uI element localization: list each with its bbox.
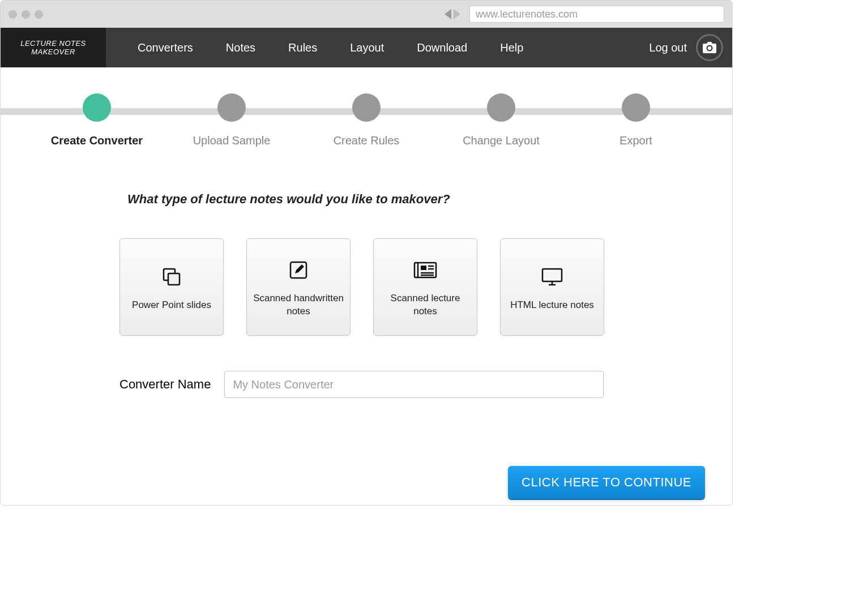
card-scanned-lecture[interactable]: Scanned lecture notes <box>373 238 477 336</box>
card-label: Scanned lecture notes <box>374 292 477 318</box>
card-label: HTML lecture notes <box>505 299 600 312</box>
svg-rect-10 <box>542 269 562 281</box>
step-upload-sample[interactable]: Upload Sample <box>181 93 283 147</box>
svg-rect-1 <box>168 273 180 285</box>
top-nav: LECTURE NOTES MAKEOVER Converters Notes … <box>1 28 732 67</box>
window-zoom-dot[interactable] <box>35 10 43 19</box>
step-label: Create Rules <box>334 134 400 147</box>
step-change-layout[interactable]: Change Layout <box>450 93 552 147</box>
nav-item-download[interactable]: Download <box>417 41 467 54</box>
window-close-dot[interactable] <box>8 10 17 19</box>
browser-url-bar[interactable]: www.lecturenotes.com <box>469 6 724 23</box>
stepper: Create Converter Upload Sample Create Ru… <box>1 67 732 147</box>
step-label: Export <box>620 134 652 147</box>
nav-item-rules[interactable]: Rules <box>288 41 317 54</box>
step-label: Create Converter <box>51 134 143 147</box>
step-circle <box>83 93 111 122</box>
step-circle <box>352 93 381 122</box>
question-heading: What type of lecture notes would you lik… <box>1 192 732 207</box>
browser-chrome: www.lecturenotes.com <box>1 1 732 28</box>
step-circle <box>217 93 246 122</box>
type-cards: Power Point slides Scanned handwritten n… <box>1 238 732 336</box>
step-circle <box>487 93 515 122</box>
card-label: Scanned handwritten notes <box>247 292 350 318</box>
copy-icon <box>161 266 182 288</box>
logout-link[interactable]: Log out <box>649 41 687 54</box>
brand-logo[interactable]: LECTURE NOTES MAKEOVER <box>1 28 106 67</box>
browser-forward-icon[interactable] <box>454 9 460 19</box>
edit-icon <box>289 260 308 280</box>
main-content: What type of lecture notes would you lik… <box>1 147 732 499</box>
card-handwritten[interactable]: Scanned handwritten notes <box>246 238 351 336</box>
nav-item-help[interactable]: Help <box>500 41 523 54</box>
card-label: Power Point slides <box>126 299 217 312</box>
nav-item-notes[interactable]: Notes <box>226 41 255 54</box>
window-minimize-dot[interactable] <box>22 10 30 19</box>
brand-line2: MAKEOVER <box>31 48 75 56</box>
browser-back-icon[interactable] <box>445 9 451 19</box>
browser-nav-arrows <box>445 9 460 19</box>
converter-name-input[interactable] <box>224 371 604 398</box>
svg-rect-5 <box>421 266 426 270</box>
card-powerpoint[interactable]: Power Point slides <box>119 238 224 336</box>
nav-links: Converters Notes Rules Layout Download H… <box>106 41 523 54</box>
camera-button[interactable] <box>696 34 723 61</box>
step-create-converter[interactable]: Create Converter <box>46 93 148 147</box>
step-export[interactable]: Export <box>585 93 687 147</box>
nav-item-layout[interactable]: Layout <box>350 41 384 54</box>
newspaper-icon <box>413 262 437 279</box>
step-label: Change Layout <box>463 134 540 147</box>
step-create-rules[interactable]: Create Rules <box>315 93 417 147</box>
monitor-icon <box>541 267 563 286</box>
continue-button[interactable]: CLICK HERE TO CONTINUE <box>508 466 705 499</box>
converter-name-label: Converter Name <box>119 377 211 392</box>
browser-url-text: www.lecturenotes.com <box>476 8 578 20</box>
nav-item-converters[interactable]: Converters <box>138 41 193 54</box>
card-html[interactable]: HTML lecture notes <box>500 238 604 336</box>
camera-icon <box>703 42 716 53</box>
step-label: Upload Sample <box>193 134 271 147</box>
converter-name-row: Converter Name <box>1 371 732 398</box>
app-window: www.lecturenotes.com LECTURE NOTES MAKEO… <box>0 0 733 506</box>
brand-line1: LECTURE NOTES <box>20 39 86 48</box>
step-circle <box>622 93 650 122</box>
